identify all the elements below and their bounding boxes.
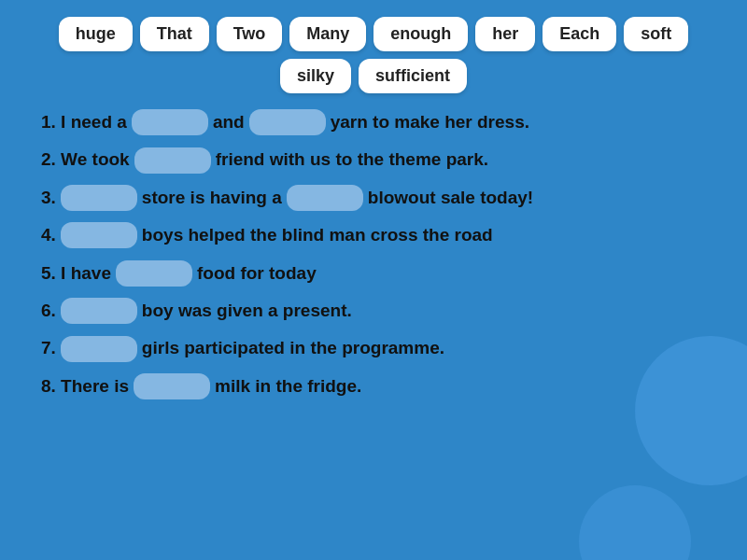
sentence-5-text-1: 5. I have: [41, 259, 111, 287]
sentence-1-text-1: 1. I need a: [41, 108, 127, 136]
blank-3a[interactable]: [61, 185, 137, 211]
sentence-6: 6. boy was given a present.: [41, 297, 706, 325]
blank-1a[interactable]: [132, 109, 208, 135]
sentence-1-text-3: yarn to make her dress.: [331, 108, 529, 136]
blank-4[interactable]: [61, 222, 137, 248]
sentence-3-text-3: blowout sale today!: [368, 184, 533, 212]
sentence-7: 7. girls participated in the programme.: [41, 334, 706, 362]
blank-6[interactable]: [61, 298, 137, 324]
word-chip-soft[interactable]: soft: [624, 17, 688, 51]
word-chip-that[interactable]: That: [140, 17, 209, 51]
sentence-6-text-1: 6.: [41, 297, 56, 325]
sentence-5-text-2: food for today: [197, 259, 317, 287]
word-bank: huge That Two Many enough her Each soft …: [0, 0, 747, 105]
word-chip-her[interactable]: her: [475, 17, 535, 51]
sentence-1: 1. I need a and yarn to make her dress.: [41, 108, 706, 136]
blank-5[interactable]: [116, 260, 192, 287]
word-chip-many[interactable]: Many: [289, 17, 366, 51]
word-chip-enough[interactable]: enough: [374, 17, 468, 51]
sentences-container: 1. I need a and yarn to make her dress. …: [0, 105, 747, 400]
sentence-3: 3. store is having a blowout sale today!: [41, 184, 706, 212]
blank-3b[interactable]: [287, 185, 363, 211]
sentence-8-text-1: 8. There is: [41, 372, 129, 400]
blank-1b[interactable]: [249, 109, 326, 135]
sentence-2: 2. We took friend with us to the theme p…: [41, 146, 706, 174]
word-chip-two[interactable]: Two: [217, 17, 283, 51]
sentence-3-text-2: store is having a: [142, 184, 282, 212]
word-chip-sufficient[interactable]: sufficient: [359, 59, 467, 93]
blank-8[interactable]: [134, 373, 210, 399]
word-chip-huge[interactable]: huge: [59, 17, 133, 51]
sentence-4: 4. boys helped the blind man cross the r…: [41, 221, 706, 249]
sentence-6-text-2: boy was given a present.: [142, 297, 352, 325]
sentence-4-text-1: 4.: [41, 221, 56, 249]
sentence-8: 8. There is milk in the fridge.: [41, 372, 706, 400]
sentence-7-text-1: 7.: [41, 334, 56, 362]
sentence-4-text-2: boys helped the blind man cross the road: [142, 221, 493, 249]
sentence-7-text-2: girls participated in the programme.: [142, 334, 444, 362]
blank-2[interactable]: [134, 147, 211, 174]
sentence-5: 5. I have food for today: [41, 259, 706, 287]
blank-7[interactable]: [61, 336, 137, 362]
sentence-2-text-1: 2. We took: [41, 146, 130, 174]
word-chip-silky[interactable]: silky: [280, 59, 351, 93]
word-chip-each[interactable]: Each: [543, 17, 616, 51]
sentence-8-text-2: milk in the fridge.: [215, 372, 361, 400]
sentence-2-text-2: friend with us to the theme park.: [216, 146, 488, 174]
sentence-1-text-2: and: [213, 108, 245, 136]
sentence-3-text-1: 3.: [41, 184, 56, 212]
